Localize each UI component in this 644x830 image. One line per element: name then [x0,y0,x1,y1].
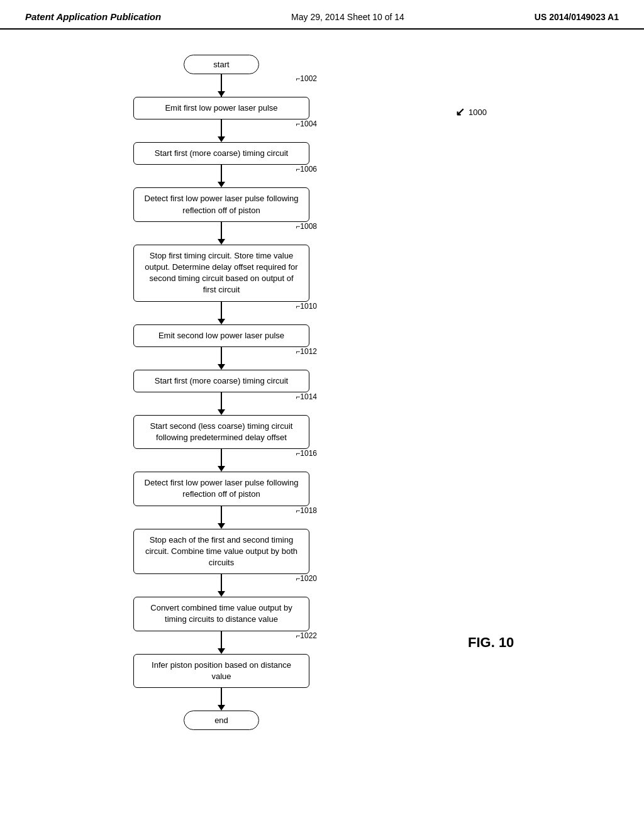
step-label-1018: ⌐1018 [296,506,317,515]
flowchart: start ⌐1002 Emit first low power laser p… [108,55,335,730]
arrow-row-1006: ⌐1006 [108,165,335,187]
publication-date: May 29, 2014 Sheet 10 of 14 [291,12,404,22]
ref-1000-number: 1000 [469,108,487,117]
ref-1000-label: ↙ 1000 [455,105,487,119]
step-1018-box: Stop each of the first and second timing… [133,529,309,575]
step-1004-box: Start first (more coarse) timing circuit [133,142,309,165]
step-label-1014: ⌐1014 [296,392,317,401]
step-label-1016: ⌐1016 [296,449,317,458]
arrow-row-1020: ⌐1020 [108,574,335,597]
arrow-row-1004: ⌐1004 [108,119,335,142]
step-label-1006: ⌐1006 [296,165,317,174]
ref-arrow-icon: ↙ [455,105,465,119]
figure-label: FIG. 10 [468,634,514,651]
step-label-1008: ⌐1008 [296,222,317,231]
arrow-row-1022: ⌐1022 [108,631,335,654]
step-1002-box: Emit first low power laser pulse [133,97,309,119]
start-terminal: start [184,55,259,74]
arrow-row-1002: ⌐1002 [108,74,335,97]
right-column: ↙ 1000 FIG. 10 [430,48,631,730]
end-terminal: end [184,711,259,730]
arrow-row-1018: ⌐1018 [108,506,335,529]
step-1016-box: Detect first low power laser pulse follo… [133,472,309,506]
page-header: Patent Application Publication May 29, 2… [0,0,644,30]
publication-label: Patent Application Publication [25,11,161,22]
arrow-to-end [218,688,225,711]
step-label-1012: ⌐1012 [296,347,317,356]
patent-number: US 2014/0149023 A1 [535,12,619,22]
step-label-1020: ⌐1020 [296,574,317,583]
step-1010-box: Emit second low power laser pulse [133,324,309,347]
step-1008-box: Stop first timing circuit. Store time va… [133,245,309,302]
arrow-row-1014: ⌐1014 [108,392,335,415]
step-1014-box: Start second (less coarse) timing circui… [133,415,309,449]
step-1006-box: Detect first low power laser pulse follo… [133,187,309,221]
arrow-row-1010: ⌐1010 [108,302,335,324]
step-1022-box: Infer piston position based on distance … [133,654,309,688]
step-1020-box: Convert combined time value output by ti… [133,597,309,631]
arrow-row-1016: ⌐1016 [108,449,335,472]
step-label-1022: ⌐1022 [296,631,317,640]
arrow-row-1008: ⌐1008 [108,222,335,245]
main-content: start ⌐1002 Emit first low power laser p… [0,30,644,743]
arrow-row-1012: ⌐1012 [108,347,335,370]
step-1012-box: Start first (more coarse) timing circuit [133,370,309,392]
step-label-1004: ⌐1004 [296,119,317,128]
flowchart-column: start ⌐1002 Emit first low power laser p… [13,48,430,730]
step-label-1002: ⌐1002 [296,74,317,83]
step-label-1010: ⌐1010 [296,302,317,311]
